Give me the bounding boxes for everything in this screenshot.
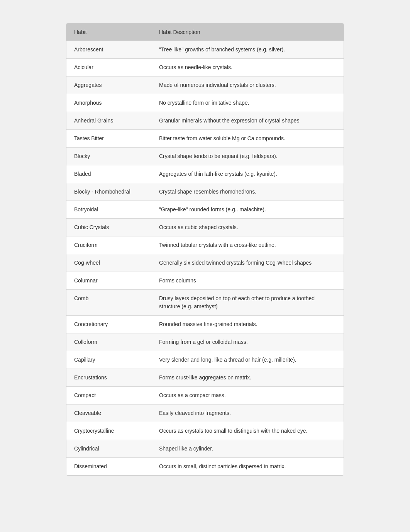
table-row: CylindricalShaped like a cylinder. <box>66 440 344 458</box>
habit-description: Forming from a gel or colloidal mass. <box>151 333 344 351</box>
table-row: AggregatesMade of numerous individual cr… <box>66 76 344 94</box>
table-row: CryptocrystallineOccurs as crystals too … <box>66 422 344 440</box>
habit-name: Amorphous <box>66 94 151 112</box>
habit-description: Granular minerals without the expression… <box>151 112 344 130</box>
table-row: ColumnarForms columns <box>66 272 344 290</box>
habit-description: No crystalline form or imitative shape. <box>151 94 344 112</box>
habit-description: "Grape-like" rounded forms (e.g.. malach… <box>151 201 344 219</box>
habit-description: Rounded massive fine-grained materials. <box>151 316 344 333</box>
table-row: Blocky - RhombohedralCrystal shape resem… <box>66 183 344 201</box>
habit-name: Colloform <box>66 333 151 351</box>
table-row: DisseminatedOccurs in small, distinct pa… <box>66 458 344 476</box>
habits-table: Habit Habit Description Arborescent"Tree… <box>66 24 344 475</box>
habit-description: Occurs as a compact mass. <box>151 387 344 405</box>
habit-description: Aggregates of thin lath-like crystals (e… <box>151 165 344 183</box>
table-row: CapillaryVery slender and long, like a t… <box>66 351 344 369</box>
header-habit: Habit <box>66 24 151 41</box>
table-row: Anhedral GrainsGranular minerals without… <box>66 112 344 130</box>
table-row: Arborescent"Tree like" growths of branch… <box>66 41 344 59</box>
habit-name: Tastes Bitter <box>66 130 151 148</box>
habit-description: Very slender and long, like a thread or … <box>151 351 344 369</box>
habit-name: Cubic Crystals <box>66 219 151 236</box>
habit-description: Forms columns <box>151 272 344 290</box>
habit-description: Bitter taste from water soluble Mg or Ca… <box>151 130 344 148</box>
habit-description: Occurs as needle-like crystals. <box>151 59 344 76</box>
habit-name: Disseminated <box>66 458 151 476</box>
table-row: Cog-wheelGenerally six sided twinned cry… <box>66 254 344 272</box>
habit-name: Cruciform <box>66 236 151 254</box>
habit-name: Compact <box>66 387 151 405</box>
habit-description: Occurs as cubic shaped crystals. <box>151 219 344 236</box>
habit-name: Arborescent <box>66 41 151 59</box>
habit-name: Blocky <box>66 148 151 165</box>
table-row: EncrustationsForms crust-like aggregates… <box>66 369 344 387</box>
table-row: Cubic CrystalsOccurs as cubic shaped cry… <box>66 219 344 236</box>
habit-description: Drusy layers deposited on top of each ot… <box>151 290 344 316</box>
habit-name: Cryptocrystalline <box>66 422 151 440</box>
table-row: Botryoidal"Grape-like" rounded forms (e.… <box>66 201 344 219</box>
table-row: CleaveableEasily cleaved into fragments. <box>66 405 344 422</box>
table-row: ColloformForming from a gel or colloidal… <box>66 333 344 351</box>
habit-name: Aggregates <box>66 76 151 94</box>
table-header-row: Habit Habit Description <box>66 24 344 41</box>
habit-name: Columnar <box>66 272 151 290</box>
habit-description: Twinned tabular crystals with a cross-li… <box>151 236 344 254</box>
habit-description: Forms crust-like aggregates on matrix. <box>151 369 344 387</box>
habit-name: Acicular <box>66 59 151 76</box>
habit-name: Concretionary <box>66 316 151 333</box>
habit-description: "Tree like" growths of branched systems … <box>151 41 344 59</box>
table-body: Arborescent"Tree like" growths of branch… <box>66 41 344 476</box>
table-row: CompactOccurs as a compact mass. <box>66 387 344 405</box>
habit-name: Capillary <box>66 351 151 369</box>
table-row: AcicularOccurs as needle-like crystals. <box>66 59 344 76</box>
habit-name: Blocky - Rhombohedral <box>66 183 151 201</box>
habit-description: Occurs in small, distinct particles disp… <box>151 458 344 476</box>
table-row: BlockyCrystal shape tends to be equant (… <box>66 148 344 165</box>
habit-name: Anhedral Grains <box>66 112 151 130</box>
habit-name: Encrustations <box>66 369 151 387</box>
table-row: ConcretionaryRounded massive fine-graine… <box>66 316 344 333</box>
table-row: BladedAggregates of thin lath-like cryst… <box>66 165 344 183</box>
habit-name: Botryoidal <box>66 201 151 219</box>
habit-name: Cog-wheel <box>66 254 151 272</box>
habit-description: Crystal shape tends to be equant (e.g. f… <box>151 148 344 165</box>
table-row: Tastes BitterBitter taste from water sol… <box>66 130 344 148</box>
table-row: CombDrusy layers deposited on top of eac… <box>66 290 344 316</box>
header-description: Habit Description <box>151 24 344 41</box>
habit-description: Easily cleaved into fragments. <box>151 405 344 422</box>
habit-name: Bladed <box>66 165 151 183</box>
habit-description: Occurs as crystals too small to distingu… <box>151 422 344 440</box>
habit-description: Made of numerous individual crystals or … <box>151 76 344 94</box>
table-row: CruciformTwinned tabular crystals with a… <box>66 236 344 254</box>
habit-name: Cylindrical <box>66 440 151 458</box>
habit-description: Shaped like a cylinder. <box>151 440 344 458</box>
table-row: AmorphousNo crystalline form or imitativ… <box>66 94 344 112</box>
habit-description: Generally six sided twinned crystals for… <box>151 254 344 272</box>
habit-name: Cleaveable <box>66 405 151 422</box>
habit-name: Comb <box>66 290 151 316</box>
habit-description: Crystal shape resembles rhomohedrons. <box>151 183 344 201</box>
main-table-container: Habit Habit Description Arborescent"Tree… <box>66 23 344 476</box>
